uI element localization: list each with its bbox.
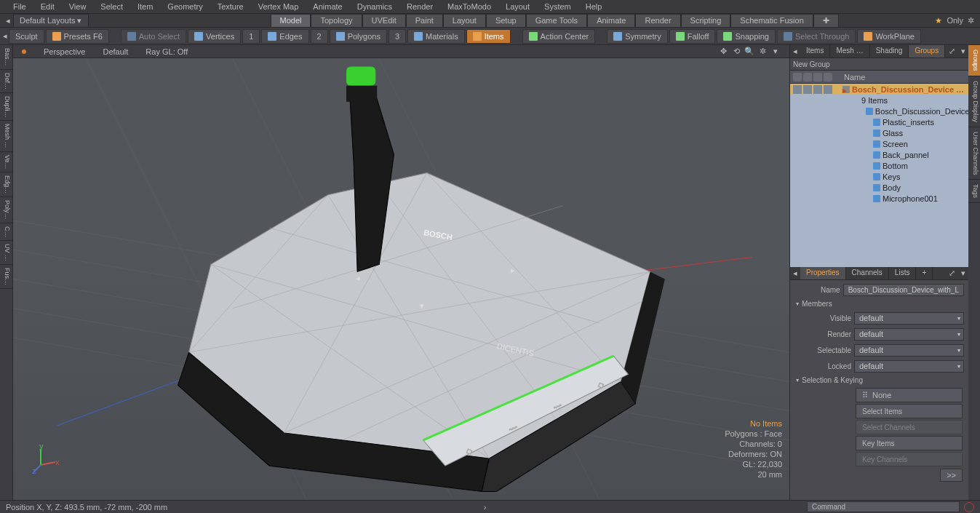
menu-file[interactable]: File (6, 1, 33, 12)
zoom-view-icon[interactable]: 🔍 (744, 47, 754, 57)
key-items-button[interactable]: Key Items (856, 436, 963, 450)
key-channels-button[interactable]: Key Channels (856, 452, 963, 466)
rotate-view-icon[interactable]: ⟲ (731, 47, 741, 57)
arrow-left-icon[interactable]: ◂ (6, 16, 10, 25)
members-section[interactable]: Members (790, 298, 968, 310)
view-menu-icon[interactable]: ▾ (770, 47, 781, 57)
layout-dropdown[interactable]: Default Layouts ▾ (13, 14, 89, 28)
ptab-add[interactable]: + (916, 267, 933, 279)
tree-row[interactable]: 9 Items (790, 95, 968, 106)
lt-poly[interactable]: Poly… (0, 197, 12, 223)
col-sel-icon[interactable] (813, 73, 822, 81)
tree-row[interactable]: Plastic_inserts (790, 116, 968, 127)
snapping-button[interactable]: Snapping (717, 29, 776, 44)
num3-button[interactable]: 3 (389, 29, 406, 44)
select-items-button[interactable]: Select Items (856, 404, 963, 418)
viewport-shading[interactable]: Default (103, 47, 128, 56)
rtab-groupdisplay[interactable]: Group Display (968, 76, 980, 127)
item-tree[interactable]: ▸Bosch_Discussion_Device …9 ItemsBosch_D… (790, 84, 968, 267)
render-select[interactable]: default▾ (854, 328, 964, 341)
menu-edit[interactable]: Edit (33, 1, 62, 12)
tree-row[interactable]: Bosch_Discussion_Device_w… (790, 106, 968, 116)
locked-select[interactable]: default▾ (854, 360, 964, 373)
cmd-caret-icon[interactable]: › (484, 503, 487, 512)
col-lock-icon[interactable] (824, 73, 832, 81)
layout-tab-layout[interactable]: Layout (443, 14, 486, 28)
tree-row[interactable]: Keys (790, 171, 968, 182)
layout-tab-topology[interactable]: Topology (311, 14, 362, 28)
col-cam-icon[interactable] (803, 73, 812, 81)
layout-tab-setup[interactable]: Setup (486, 14, 526, 28)
rtab-userchannels[interactable]: User Channels (968, 127, 980, 180)
new-group-button[interactable]: New Group (793, 60, 830, 68)
tree-row[interactable]: Bottom (790, 160, 968, 171)
tree-row[interactable]: Body (790, 182, 968, 193)
panel-menu-icon[interactable]: ▾ (958, 45, 968, 57)
actioncenter-button[interactable]: Action Center (522, 29, 596, 44)
materials-button[interactable]: Materials (407, 29, 465, 44)
layout-tab-uvedit[interactable]: UVEdit (362, 14, 406, 28)
menu-texture[interactable]: Texture (210, 1, 251, 12)
layout-tab-animate[interactable]: Animate (587, 14, 635, 28)
num2-button[interactable]: 2 (311, 29, 328, 44)
panel-arrow-icon[interactable]: ◂ (790, 45, 800, 57)
selkey-section[interactable]: Selection & Keying (790, 374, 968, 386)
layout-tab-schematic[interactable]: Schematic Fusion (730, 14, 813, 28)
toolbar-arrow-icon[interactable]: ◂ (3, 31, 7, 41)
polygons-button[interactable]: Polygons (330, 29, 387, 44)
lt-deform[interactable]: Def… (0, 70, 12, 93)
ptab-properties[interactable]: Properties (800, 267, 846, 279)
selectthrough-button[interactable]: Select Through (777, 29, 856, 44)
lt-dupli[interactable]: Dupli… (0, 93, 12, 122)
panel-expand-icon[interactable]: ⤢ (946, 45, 958, 57)
gear-icon[interactable]: ✲ (968, 16, 974, 25)
record-icon[interactable] (964, 502, 974, 512)
menu-dynamics[interactable]: Dynamics (350, 1, 399, 12)
lt-fusion[interactable]: Fus… (0, 265, 12, 289)
layout-tab-add[interactable]: ✚ (813, 14, 839, 28)
layout-tab-paint[interactable]: Paint (406, 14, 443, 28)
layout-tab-model[interactable]: Model (271, 14, 311, 28)
layout-tab-gametools[interactable]: Game Tools (526, 14, 588, 28)
viewport-mode[interactable]: Perspective (44, 47, 85, 56)
menu-view[interactable]: View (62, 1, 94, 12)
lt-uv[interactable]: UV … (0, 241, 12, 265)
prop-arrow-icon[interactable]: ◂ (790, 267, 800, 279)
prop-name-input[interactable]: Bosch_Discussion_Device_with_L (843, 284, 964, 296)
viewport-dot-icon[interactable] (22, 49, 26, 54)
menu-geometry[interactable]: Geometry (160, 1, 210, 12)
menu-animate[interactable]: Animate (306, 1, 349, 12)
more-button[interactable]: >> (940, 469, 963, 482)
lt-vertex[interactable]: Ve… (0, 152, 12, 173)
num1-button[interactable]: 1 (242, 29, 260, 44)
rtab-groups[interactable]: Groups (968, 45, 980, 76)
lt-basic[interactable]: Bas… (0, 45, 12, 70)
lt-curve[interactable]: C… (0, 223, 12, 242)
rtab-tags[interactable]: Tags (968, 180, 980, 203)
command-input[interactable]: Command (807, 501, 960, 512)
none-button[interactable]: ⠿None (856, 388, 963, 402)
tree-row[interactable]: Microphone001 (790, 193, 968, 204)
ptab-lists[interactable]: Lists (889, 267, 917, 279)
tree-row[interactable]: Screen (790, 138, 968, 149)
lt-mesh[interactable]: Mesh … (0, 121, 12, 152)
menu-vertexmap[interactable]: Vertex Map (251, 1, 306, 12)
symmetry-button[interactable]: Symmetry (607, 29, 668, 44)
tab-groups[interactable]: Groups (909, 45, 945, 57)
viewport-3d[interactable]: ◇ 〰 〰 ◇ BOSCH DICENTIS ◂ ▸ ▾ yzx (13, 58, 789, 500)
menu-item[interactable]: Item (130, 1, 160, 12)
axis-gizmo[interactable]: yzx (32, 445, 61, 474)
visible-select[interactable]: default▾ (854, 312, 964, 325)
lt-edge[interactable]: Edg… (0, 172, 12, 197)
layout-tab-render[interactable]: Render (635, 14, 680, 28)
tree-row[interactable]: ▸Bosch_Discussion_Device … (790, 84, 968, 95)
vertices-button[interactable]: Vertices (188, 29, 241, 44)
layout-tab-scripting[interactable]: Scripting (681, 14, 731, 28)
tree-row[interactable]: Glass (790, 127, 968, 138)
items-button[interactable]: Items (466, 29, 511, 44)
menu-render[interactable]: Render (399, 1, 440, 12)
prop-menu-icon[interactable]: ▾ (958, 267, 968, 279)
select-channels-button[interactable]: Select Channels (856, 420, 963, 434)
ptab-channels[interactable]: Channels (846, 267, 889, 279)
edges-button[interactable]: Edges (261, 29, 308, 44)
